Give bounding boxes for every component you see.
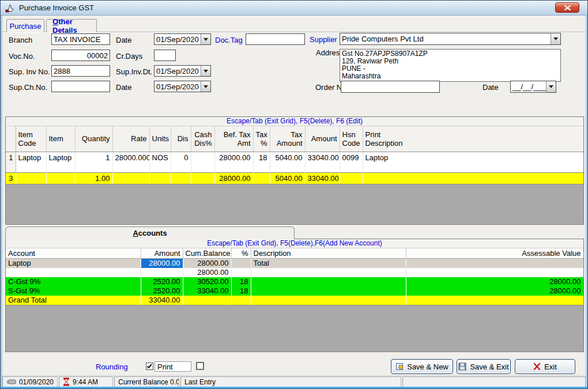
tax-amount-cell[interactable]: 5040.00 [270,152,305,164]
empty-cell[interactable] [363,164,583,172]
accounts-grid: Escape/Tab (Exit Grid), F5(Delete),F6(Ad… [5,239,584,352]
cum-balance-cell[interactable]: 28000.00 [183,268,231,277]
totals-bef-tax-amt: 28000.00 [214,172,253,184]
pct-cell[interactable]: 18 [231,277,251,286]
tax-pct-cell[interactable]: 18 [253,152,270,164]
assessable-cell[interactable] [406,268,583,277]
totals-cell [363,172,583,184]
description-cell[interactable] [251,268,406,277]
empty-cell[interactable] [16,164,46,172]
cash-dis-cell[interactable] [191,152,214,164]
chevron-down-icon[interactable] [546,81,556,92]
close-button[interactable] [555,2,579,13]
doctag-label: Doc.Tag [215,36,243,44]
save-and-exit-button[interactable]: Save & Exit [457,359,511,374]
description-cell[interactable] [251,286,406,296]
chevron-down-icon[interactable] [201,34,210,44]
assessable-cell[interactable]: 28000.00 [406,277,583,286]
empty-cell[interactable] [253,164,270,172]
title-bar: Purchase Invoice GST [1,1,588,16]
orderdate-combo[interactable]: __/__/____ [510,81,556,93]
address-box[interactable]: Gst No.27APJPS8907A1ZP 129, Raviwar Peth… [340,49,561,82]
account-cell[interactable] [6,268,141,277]
col-pct: % [231,248,251,259]
date-label: Date [116,36,131,44]
assessable-cell[interactable]: 28000.00 [406,286,583,296]
amount-cell[interactable] [141,268,183,277]
item-cell[interactable]: Laptop [46,152,75,164]
rounding-checkbox[interactable] [196,362,204,370]
empty-cell[interactable] [340,164,363,172]
empty-cell[interactable] [112,164,149,172]
chevron-down-icon[interactable] [551,33,560,44]
empty-cell[interactable] [149,164,171,172]
bef-tax-amt-cell[interactable]: 28000.00 [214,152,253,164]
rounding-label: Rounding [96,362,128,371]
account-cell[interactable]: S-Gst 9% [6,286,141,296]
doctag-input[interactable] [246,33,305,45]
supchno-input[interactable] [51,81,110,92]
supplier-combo[interactable]: Pride Computers Pvt Ltd [340,33,561,45]
grand-total-cell [406,296,583,305]
col-hsn-code: Hsn Code [340,126,363,152]
date-combo[interactable]: 01/Sep/2020 [154,33,211,45]
cum-balance-cell[interactable]: 28000.00 [183,259,231,268]
print-description-cell[interactable]: Laptop [363,152,583,164]
amount-cell-selected[interactable]: 28000.00 [141,259,183,268]
print-label-box: Print [154,361,191,372]
hsn-code-cell[interactable]: 0099 [340,152,363,164]
rate-cell[interactable]: 28000.000 [112,152,149,164]
print-checkbox[interactable] [146,362,153,370]
orderno-input[interactable] [341,81,440,93]
supinvno-input[interactable] [51,65,110,77]
pct-cell[interactable] [231,259,251,268]
pct-cell[interactable] [231,268,251,277]
save-and-new-button[interactable]: Save & New [391,359,453,374]
description-cell[interactable] [251,277,406,286]
date2-combo[interactable]: 01/Sep/2020 [154,81,211,92]
chevron-down-icon[interactable] [201,66,210,76]
chevron-down-icon[interactable] [201,81,210,92]
grand-total-cell [251,296,406,305]
supinvdt-combo-value: 01/Sep/2020 [154,67,201,75]
description-cell[interactable]: Total [251,259,406,268]
amount-cell[interactable]: 2520.00 [141,277,183,286]
status-current-balance: Current Balance 0.00 [118,378,179,386]
cum-balance-cell[interactable]: 33040.00 [183,286,231,296]
exit-button[interactable]: Exit [515,359,575,374]
crdays-input[interactable] [154,50,176,61]
tab-accounts[interactable]: Accounts [5,226,295,239]
account-row-cgst: C-Gst 9% 2520.00 30520.00 18 28000.00 [6,277,583,286]
tab-other-details[interactable]: Other Details [46,19,97,32]
assessable-cell[interactable] [406,259,583,268]
dis-cell[interactable]: 0 [171,152,191,164]
empty-cell[interactable] [75,164,112,172]
vocno-input[interactable] [51,50,110,61]
empty-cell[interactable] [305,164,340,172]
units-cell[interactable]: NOS [149,152,171,164]
account-cell[interactable]: Laptop [6,259,141,268]
empty-cell[interactable] [191,164,214,172]
crdays-label: Cr.Days [116,52,142,61]
grand-total-label-cell: Grand Total [6,296,141,305]
amount-cell[interactable]: 2520.00 [141,286,183,296]
empty-cell[interactable] [270,164,305,172]
quantity-cell[interactable]: 1 [75,152,112,164]
tab-purchase[interactable]: Purchase [6,19,44,32]
branch-input[interactable] [51,33,110,45]
empty-cell[interactable] [214,164,253,172]
col-item-code: Item Code [16,126,46,152]
supinvdt-combo[interactable]: 01/Sep/2020 [154,65,211,77]
account-cell[interactable]: C-Gst 9% [6,277,141,286]
empty-cell[interactable] [46,164,75,172]
row-number [6,164,16,172]
amount-cell[interactable]: 33040.00 [305,152,340,164]
cum-balance-cell[interactable]: 30520.00 [183,277,231,286]
pct-cell[interactable]: 18 [231,286,251,296]
items-grid-instruction: Escape/Tab (Exit Grid), F5(Delete), F6 (… [6,117,583,126]
totals-cell [16,172,46,184]
empty-cell[interactable] [171,164,191,172]
item-code-cell[interactable]: Laptop [16,152,46,164]
col-cash-dis: Cash Dis% [191,126,214,152]
chip-icon [6,379,16,385]
